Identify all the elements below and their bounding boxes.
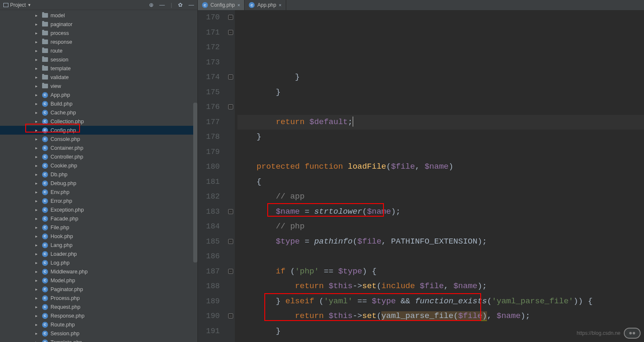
expand-arrow-icon[interactable]: ▸ (35, 269, 40, 274)
expand-arrow-icon[interactable]: ▸ (35, 146, 40, 150)
tree-file[interactable]: ▸CConsole.php (0, 135, 197, 143)
expand-arrow-icon[interactable]: ▸ (35, 207, 40, 212)
code-line[interactable]: return $this->set(include $file, $name); (237, 279, 644, 294)
code-line[interactable]: $name = strtolower($name); (237, 204, 644, 220)
tree-folder[interactable]: ▸response (0, 37, 197, 46)
expand-arrow-icon[interactable]: ▸ (35, 93, 40, 97)
expand-arrow-icon[interactable]: ▸ (35, 22, 40, 27)
expand-arrow-icon[interactable]: ▸ (35, 48, 40, 53)
expand-arrow-icon[interactable]: ▸ (35, 172, 40, 177)
tree-file[interactable]: ▸CContainer.php (0, 143, 197, 152)
fold-toggle-icon[interactable]: − (228, 15, 233, 20)
tree-folder[interactable]: ▸view (0, 82, 197, 90)
expand-arrow-icon[interactable]: ▸ (35, 101, 40, 106)
expand-arrow-icon[interactable]: ▸ (35, 225, 40, 230)
fold-toggle-icon[interactable]: − (228, 30, 233, 35)
expand-arrow-icon[interactable]: ▸ (35, 234, 40, 239)
tree-folder[interactable]: ▸validate (0, 73, 197, 82)
fold-toggle-icon[interactable]: − (228, 269, 233, 274)
tree-file[interactable]: ▸CSession.php (0, 329, 197, 338)
expand-arrow-icon[interactable]: ▸ (35, 216, 40, 221)
fold-toggle-icon[interactable]: − (228, 313, 233, 318)
project-dropdown-icon[interactable]: ▼ (27, 3, 31, 7)
code-line[interactable] (237, 249, 644, 264)
tree-file[interactable]: ▸CLog.php (0, 258, 197, 267)
expand-arrow-icon[interactable]: ▸ (35, 154, 40, 159)
expand-arrow-icon[interactable]: ▸ (35, 84, 40, 88)
expand-arrow-icon[interactable]: ▸ (35, 331, 40, 336)
expand-arrow-icon[interactable]: ▸ (35, 181, 40, 186)
tree-file[interactable]: ▸CBuild.php (0, 99, 197, 108)
expand-arrow-icon[interactable]: ▸ (35, 57, 40, 62)
tree-file[interactable]: ▸CController.php (0, 152, 197, 161)
close-icon[interactable]: × (237, 3, 240, 8)
tree-folder[interactable]: ▸session (0, 55, 197, 64)
tree-file[interactable]: ▸CException.php (0, 205, 197, 214)
tree-file[interactable]: ▸CPaginator.php (0, 285, 197, 294)
code-line[interactable]: protected function loadFile($file, $name… (237, 159, 644, 175)
code-line[interactable]: $type = pathinfo($file, PATHINFO_EXTENSI… (237, 234, 644, 249)
sidebar-scrollbar[interactable] (193, 103, 197, 262)
editor-tab[interactable]: CApp.php× (245, 0, 286, 10)
tree-file[interactable]: ▸CFile.php (0, 223, 197, 232)
expand-arrow-icon[interactable]: ▸ (35, 40, 40, 44)
code-line[interactable]: } (237, 130, 644, 145)
code-line[interactable] (237, 145, 644, 160)
expand-arrow-icon[interactable]: ▸ (35, 252, 40, 256)
code-line[interactable]: } (237, 70, 644, 85)
project-tree[interactable]: ▸model▸paginator▸process▸response▸route▸… (0, 10, 197, 342)
tree-file[interactable]: ▸CRoute.php (0, 320, 197, 329)
fold-toggle-icon[interactable]: − (228, 239, 233, 244)
tree-file[interactable]: ▸CFacade.php (0, 214, 197, 223)
tree-file[interactable]: ▸CCookie.php (0, 161, 197, 170)
tree-file[interactable]: ▸CApp.php (0, 90, 197, 99)
expand-arrow-icon[interactable]: ▸ (35, 287, 40, 292)
tree-file[interactable]: ▸CModel.php (0, 276, 197, 285)
collapse-icon[interactable]: — (160, 2, 165, 8)
tree-file[interactable]: ▸CResponse.php (0, 311, 197, 320)
tree-file[interactable]: ▸CCache.php (0, 108, 197, 117)
editor-tab[interactable]: CConfig.php× (198, 0, 245, 10)
tree-file[interactable]: ▸CDebug.php (0, 179, 197, 188)
expand-arrow-icon[interactable]: ▸ (35, 296, 40, 300)
expand-arrow-icon[interactable]: ▸ (35, 340, 40, 342)
tree-folder[interactable]: ▸process (0, 29, 197, 37)
tree-file[interactable]: ▸CMiddleware.php (0, 267, 197, 276)
expand-arrow-icon[interactable]: ▸ (35, 66, 40, 71)
tree-file[interactable]: ▸CConfig.php (0, 126, 197, 135)
code-line[interactable]: // app (237, 189, 644, 204)
expand-arrow-icon[interactable]: ▸ (35, 322, 40, 327)
tree-file[interactable]: ▸CTemplate.php (0, 338, 197, 342)
code-line[interactable]: { (237, 175, 644, 190)
code-line[interactable]: } elseif ('yaml' == $type && function_ex… (237, 294, 644, 309)
expand-arrow-icon[interactable]: ▸ (35, 13, 40, 18)
locate-icon[interactable]: ⊕ (149, 2, 154, 8)
code-line[interactable] (237, 100, 644, 115)
tree-file[interactable]: ▸CDb.php (0, 170, 197, 179)
tree-file[interactable]: ▸CError.php (0, 196, 197, 205)
code-editor[interactable]: } } return $default; } protected functio… (235, 10, 644, 342)
tree-file[interactable]: ▸CCollection.php (0, 117, 197, 126)
tree-file[interactable]: ▸CRequest.php (0, 302, 197, 311)
expand-arrow-icon[interactable]: ▸ (35, 313, 40, 318)
expand-arrow-icon[interactable]: ▸ (35, 75, 40, 80)
expand-arrow-icon[interactable]: ▸ (35, 199, 40, 203)
expand-arrow-icon[interactable]: ▸ (35, 119, 40, 124)
tree-file[interactable]: ▸CProcess.php (0, 294, 197, 302)
fold-toggle-icon[interactable]: − (228, 209, 233, 214)
tree-folder[interactable]: ▸route (0, 46, 197, 55)
tree-folder[interactable]: ▸model (0, 11, 197, 20)
code-line[interactable] (237, 339, 644, 342)
code-line[interactable]: return $default; (237, 115, 644, 130)
expand-arrow-icon[interactable]: ▸ (35, 278, 40, 283)
expand-arrow-icon[interactable]: ▸ (35, 163, 40, 168)
gear-icon[interactable]: ✿ (178, 2, 183, 8)
expand-arrow-icon[interactable]: ▸ (35, 31, 40, 35)
fold-toggle-icon[interactable]: − (228, 74, 233, 80)
tree-file[interactable]: ▸CLoader.php (0, 249, 197, 258)
expand-arrow-icon[interactable]: ▸ (35, 305, 40, 309)
tree-folder[interactable]: ▸paginator (0, 20, 197, 29)
expand-arrow-icon[interactable]: ▸ (35, 190, 40, 194)
fold-toggle-icon[interactable]: − (228, 104, 233, 109)
code-line[interactable]: if ('php' == $type) { (237, 264, 644, 279)
